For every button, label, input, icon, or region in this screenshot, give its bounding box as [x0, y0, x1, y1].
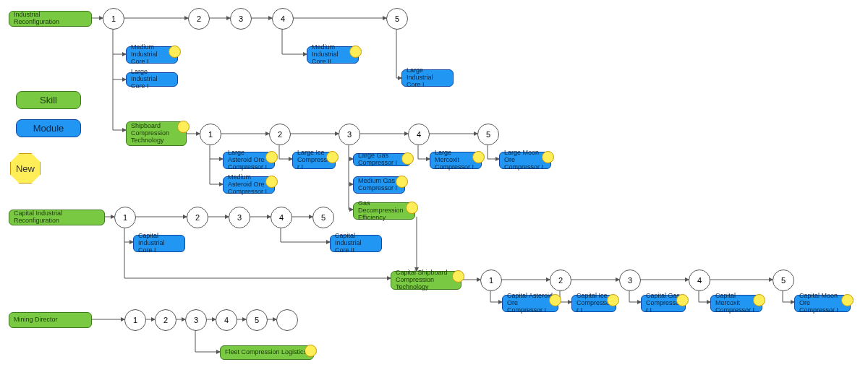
new-badge: [177, 121, 190, 133]
new-badge: [542, 151, 554, 163]
module-large-asteroid-ore-comp[interactable]: Large Asteroid Ore Compressor I: [223, 152, 275, 169]
skill-capital-industrial-reconfiguration[interactable]: Capital Industrial Reconfiguration: [9, 210, 105, 225]
level-node[interactable]: 1: [114, 207, 136, 228]
new-badge: [349, 46, 362, 58]
new-badge: [396, 176, 408, 188]
module-capital-industrial-core-2[interactable]: Capital Industrial Core II: [330, 235, 382, 252]
module-large-industrial-core-1[interactable]: Large Industrial Core I: [126, 72, 178, 87]
new-badge: [472, 151, 485, 163]
module-medium-asteroid-ore-comp[interactable]: Medium Asteroid Ore Compressor I: [223, 176, 275, 194]
level-node[interactable]: 2: [155, 309, 176, 331]
module-capital-moon-ore-comp[interactable]: Capital Moon Ore Compressor I: [794, 295, 851, 312]
level-node[interactable]: 3: [619, 270, 641, 291]
level-node[interactable]: 4: [408, 124, 430, 145]
module-medium-gas-comp[interactable]: Medium Gas Compressor I: [353, 176, 405, 194]
new-badge: [401, 152, 414, 165]
level-node[interactable]: 1: [200, 124, 221, 145]
module-capital-mercoxit-comp[interactable]: Capital Mercoxit Compressor I: [710, 295, 762, 312]
level-node[interactable]: 5: [312, 207, 334, 228]
new-badge: [676, 294, 689, 306]
module-capital-asteroid-ore-comp[interactable]: Capital Asteroid Ore Compressor I: [502, 295, 558, 312]
new-badge: [169, 46, 181, 58]
level-node[interactable]: 1: [480, 270, 502, 291]
module-large-ice-comp[interactable]: Large Ice Compressor I: [292, 152, 336, 169]
new-badge: [549, 294, 561, 306]
level-node[interactable]: 4: [689, 270, 710, 291]
new-badge: [265, 176, 278, 188]
level-node[interactable]: 2: [188, 8, 210, 30]
legend-module: Module: [16, 119, 81, 137]
module-capital-gas-comp[interactable]: Capital Gas Compressor I: [641, 295, 686, 312]
skill-capital-shipboard-compression[interactable]: Capital Shipboard Compression Technology: [391, 271, 461, 290]
skill-fleet-compression-logistics[interactable]: Fleet Compression Logistics: [220, 345, 314, 360]
level-node[interactable]: 5: [386, 8, 408, 30]
level-node[interactable]: 4: [271, 207, 292, 228]
module-large-industrial-core[interactable]: Large Industrial Core I: [401, 69, 454, 87]
level-node[interactable]: 4: [272, 8, 294, 30]
level-node[interactable]: 5: [477, 124, 499, 145]
level-node[interactable]: 3: [339, 124, 360, 145]
module-medium-industrial-core-2[interactable]: Medium Industrial Core II: [307, 46, 359, 64]
level-node[interactable]: 1: [124, 309, 146, 331]
new-badge: [753, 294, 765, 306]
skill-mining-director[interactable]: Mining Director: [9, 312, 92, 328]
module-capital-ice-comp[interactable]: Capital Ice Compressor I: [571, 295, 616, 312]
legend-new: New: [10, 153, 41, 184]
module-large-mercoxit-comp[interactable]: Large Mercoxit Compressor I: [430, 152, 482, 169]
new-badge: [452, 270, 464, 283]
new-badge: [607, 294, 619, 306]
skill-industrial-reconfiguration[interactable]: Industrial Reconfiguration: [9, 11, 92, 27]
level-node[interactable]: 5: [246, 309, 268, 331]
level-node[interactable]: 3: [185, 309, 207, 331]
module-large-gas-comp[interactable]: Large Gas Compressor I: [353, 153, 411, 166]
level-node[interactable]: 2: [269, 124, 291, 145]
skill-tree-diagram: Skill Module New Industrial Reconfigurat…: [0, 0, 868, 375]
new-badge: [326, 151, 339, 163]
new-badge: [406, 202, 418, 214]
legend-skill: Skill: [16, 91, 81, 109]
new-badge: [841, 294, 854, 306]
level-node[interactable]: 2: [550, 270, 571, 291]
skill-gas-decompression[interactable]: Gas Decompression Efficiency: [353, 202, 415, 220]
new-badge: [265, 151, 278, 163]
module-capital-industrial-core-1[interactable]: Capital Industrial Core I: [133, 235, 185, 252]
level-node[interactable]: [276, 309, 298, 331]
module-medium-industrial-core-1[interactable]: Medium Industrial Core I: [126, 46, 178, 64]
skill-shipboard-compression[interactable]: Shipboard Compression Technology: [126, 121, 187, 146]
level-node[interactable]: 2: [187, 207, 208, 228]
level-node[interactable]: 5: [773, 270, 794, 291]
module-large-moon-ore-comp[interactable]: Large Moon Ore Compressor I: [499, 152, 551, 169]
new-badge: [305, 345, 317, 357]
level-node[interactable]: 1: [103, 8, 124, 30]
level-node[interactable]: 4: [216, 309, 237, 331]
level-node[interactable]: 3: [229, 207, 250, 228]
level-node[interactable]: 3: [230, 8, 252, 30]
